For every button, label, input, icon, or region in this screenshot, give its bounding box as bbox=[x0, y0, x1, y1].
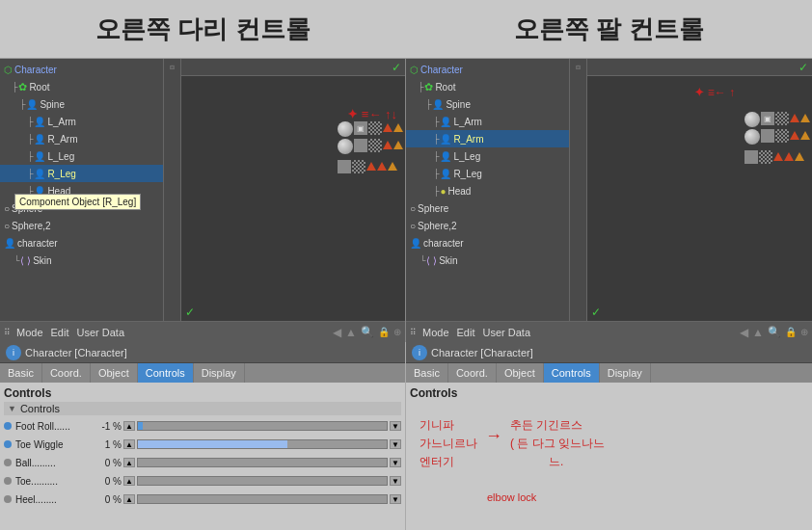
plus-icon[interactable]: ⊕ bbox=[393, 327, 401, 337]
rplus-icon[interactable]: ⊕ bbox=[800, 327, 808, 337]
rtree-item-spine[interactable]: ├ 👤 Spine bbox=[406, 95, 569, 113]
triangle-icon-3 bbox=[383, 141, 392, 149]
rsearch-icon[interactable]: 🔍 bbox=[768, 326, 781, 338]
toe-wiggle-slider[interactable] bbox=[137, 439, 388, 449]
main-container: 오른쪽 다리 컨트롤 오른쪽 팔 컨트롤 ⬡ Character ├ bbox=[0, 0, 812, 530]
left-scene-panel: ⬡ Character ├ ✿ Root ├ 👤 Spine bbox=[0, 59, 406, 342]
rtree-item-character2[interactable]: 👤 character bbox=[406, 234, 569, 252]
rup-arrow-icon[interactable]: ▲ bbox=[752, 326, 764, 339]
right-tab-display[interactable]: Display bbox=[600, 363, 651, 383]
triangle-icon-1 bbox=[383, 123, 392, 132]
right-tab-controls[interactable]: Controls bbox=[544, 363, 600, 383]
toe-down[interactable]: ▼ bbox=[390, 476, 401, 486]
right-title-area: 오른쪽 팔 컨트롤 bbox=[406, 0, 812, 58]
tree-item-r-arm[interactable]: ├ 👤 R_Arm bbox=[0, 130, 163, 147]
rtree-item-head[interactable]: ├ ● Head bbox=[406, 182, 569, 199]
rtree-item-character[interactable]: ⬡ Character bbox=[406, 61, 569, 78]
left-tab-coord[interactable]: Coord. bbox=[42, 363, 91, 383]
elbow-lock-label: elbow lock bbox=[487, 491, 808, 503]
rtree-item-l-leg[interactable]: ├ 👤 L_Leg bbox=[406, 147, 569, 165]
rtriangle-7 bbox=[795, 152, 804, 161]
right-title: 오른쪽 팔 컨트롤 bbox=[514, 13, 703, 46]
toe-up[interactable]: ▲ bbox=[123, 476, 135, 486]
heel-down[interactable]: ▼ bbox=[390, 494, 401, 504]
foot-roll-up[interactable]: ▲ bbox=[123, 421, 135, 431]
right-tab-coord[interactable]: Coord. bbox=[448, 363, 497, 383]
rbottom-check: ✓ bbox=[591, 305, 601, 319]
rtoolbar-dots: ⠿ bbox=[410, 328, 417, 337]
up-arrow-icon[interactable]: ▲ bbox=[345, 326, 357, 339]
heel-dot[interactable] bbox=[4, 495, 12, 503]
toe-dot[interactable] bbox=[4, 477, 12, 485]
rtree-item-r-arm[interactable]: ├ 👤 R_Arm bbox=[406, 130, 569, 147]
annotation-line-1: 기니파 bbox=[420, 416, 477, 435]
right-check-column: ⧈ bbox=[570, 59, 587, 321]
ball-down[interactable]: ▼ bbox=[390, 458, 401, 467]
left-tab-basic[interactable]: Basic bbox=[0, 363, 42, 383]
ricon-3 bbox=[775, 112, 789, 125]
toe-wiggle-up[interactable]: ▲ bbox=[123, 439, 135, 449]
rback-arrow-icon[interactable]: ◀ bbox=[740, 326, 748, 339]
triangle-icon-4 bbox=[393, 141, 403, 149]
tree-item-skin[interactable]: └ ⟨ ⟩ Skin bbox=[0, 252, 163, 269]
check-row-5 bbox=[164, 146, 180, 163]
right-tab-basic[interactable]: Basic bbox=[406, 363, 448, 383]
rtriangle-6 bbox=[784, 152, 794, 161]
tree-item-root[interactable]: ├ ✿ Root bbox=[0, 78, 163, 95]
ricon-5 bbox=[761, 129, 774, 143]
rtree-item-l-arm[interactable]: ├ 👤 L_Arm bbox=[406, 113, 569, 130]
tree-item-spine[interactable]: ├ 👤 Spine bbox=[0, 95, 163, 113]
toe-wiggle-dot[interactable] bbox=[4, 440, 12, 448]
check-row-8 bbox=[164, 198, 180, 215]
back-arrow-icon[interactable]: ◀ bbox=[333, 326, 341, 339]
check-row-6 bbox=[164, 163, 180, 180]
check-row-7 bbox=[164, 180, 180, 198]
left-tab-object[interactable]: Object bbox=[91, 363, 138, 383]
left-tab-controls[interactable]: Controls bbox=[138, 363, 194, 383]
foot-roll-dot[interactable] bbox=[4, 422, 12, 430]
icon-8 bbox=[352, 160, 365, 173]
tree-item-l-leg[interactable]: ├ 👤 L_Leg bbox=[0, 147, 163, 165]
icon-5 bbox=[354, 139, 367, 152]
right-edit-btn[interactable]: Edit bbox=[455, 327, 477, 338]
collapse-icon[interactable]: ▼ bbox=[8, 404, 16, 413]
heel-label: Heel........ bbox=[15, 494, 93, 505]
foot-roll-down[interactable]: ▼ bbox=[390, 421, 401, 431]
ball-dot[interactable] bbox=[4, 459, 12, 466]
heel-slider[interactable] bbox=[137, 494, 388, 504]
triangle-icon-2 bbox=[393, 123, 403, 132]
tree-item-character[interactable]: ⬡ Character bbox=[0, 61, 163, 78]
rtree-item-skin[interactable]: └ ⟨ ⟩ Skin bbox=[406, 252, 569, 269]
rtree-item-sphere2[interactable]: ○ Sphere,2 bbox=[406, 217, 569, 234]
left-tab-display[interactable]: Display bbox=[194, 363, 245, 383]
rtree-item-root[interactable]: ├ ✿ Root bbox=[406, 78, 569, 95]
tree-item-sphere2[interactable]: ○ Sphere,2 bbox=[0, 217, 163, 234]
search-icon[interactable]: 🔍 bbox=[361, 326, 374, 338]
heel-up[interactable]: ▲ bbox=[123, 494, 135, 504]
foot-roll-slider[interactable] bbox=[137, 421, 388, 431]
right-mode-btn[interactable]: Mode bbox=[420, 327, 451, 338]
check-row-4 bbox=[164, 128, 180, 146]
toe-wiggle-down[interactable]: ▼ bbox=[390, 439, 401, 449]
tree-item-l-arm[interactable]: ├ 👤 L_Arm bbox=[0, 113, 163, 130]
tree-item-r-leg[interactable]: ├ 👤 R_Leg bbox=[0, 165, 163, 182]
rtree-item-sphere[interactable]: ○ Sphere bbox=[406, 199, 569, 217]
tree-item-character2[interactable]: 👤 character bbox=[0, 234, 163, 252]
ball-slider[interactable] bbox=[137, 458, 388, 467]
right-check-header: ⧈ bbox=[570, 59, 586, 76]
right-tab-object[interactable]: Object bbox=[497, 363, 544, 383]
right-scene-panel: ⬡ Character ├ ✿ Root ├ 👤 Spine bbox=[406, 59, 812, 342]
rtree-item-r-leg[interactable]: ├ 👤 R_Leg bbox=[406, 165, 569, 182]
left-edit-btn[interactable]: Edit bbox=[49, 327, 71, 338]
panels-row: ⬡ Character ├ ✿ Root ├ 👤 Spine bbox=[0, 58, 812, 342]
rcheck-row-3 bbox=[570, 111, 586, 128]
right-userdata-btn[interactable]: User Data bbox=[481, 327, 533, 338]
lock-icon[interactable]: 🔒 bbox=[378, 327, 390, 337]
ball-up[interactable]: ▲ bbox=[123, 458, 135, 467]
left-mode-btn[interactable]: Mode bbox=[14, 327, 45, 338]
toe-slider[interactable] bbox=[137, 476, 388, 486]
left-viewport-annotation: ✦ ≡← ↑↓ bbox=[347, 107, 397, 121]
sphere-icon-2 bbox=[338, 139, 353, 154]
left-userdata-btn[interactable]: User Data bbox=[75, 327, 127, 338]
rlock-icon[interactable]: 🔒 bbox=[785, 327, 797, 337]
